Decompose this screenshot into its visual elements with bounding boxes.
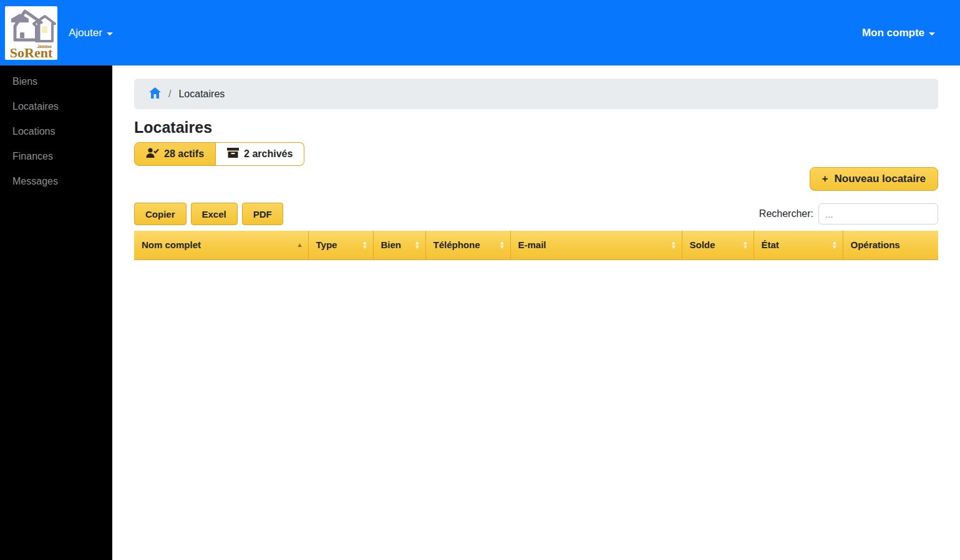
table-header: Nom complet▲Type▲▼Bien▲▼Téléphone▲▼E-mai… — [134, 231, 938, 259]
column-label: État — [762, 239, 779, 250]
sidebar-item-finances[interactable]: Finances — [0, 144, 112, 169]
search-input[interactable] — [818, 203, 938, 224]
column-label: Téléphone — [434, 239, 480, 250]
copier-export-button[interactable]: Copier — [134, 203, 187, 225]
sidebar-item-locataires[interactable]: Locataires — [0, 94, 112, 119]
main-content: / Locataires Locataires 28 actifs 2 arch… — [112, 65, 960, 560]
excel-export-button[interactable]: Excel — [191, 203, 238, 225]
column-header--tat[interactable]: État▲▼ — [754, 231, 843, 259]
top-navbar: .immo SoRent Ajouter Mon compte — [0, 0, 960, 65]
column-label: Nom complet — [142, 239, 201, 250]
column-label: Bien — [381, 239, 402, 250]
search-area: Rechercher: — [759, 203, 938, 224]
sort-both-icon: ▲▼ — [500, 241, 505, 249]
column-label: Type — [316, 239, 337, 250]
breadcrumb-home-link[interactable] — [149, 87, 161, 101]
export-buttons: CopierExcelPDF — [134, 203, 283, 225]
column-header-type[interactable]: Type▲▼ — [308, 231, 373, 259]
brand-logo[interactable]: .immo SoRent — [5, 6, 57, 60]
sort-both-icon: ▲▼ — [362, 241, 368, 249]
app-window: .immo SoRent Ajouter Mon compte BiensLoc… — [0, 0, 960, 560]
breadcrumb-current: Locataires — [178, 89, 225, 100]
column-label: Opérations — [851, 239, 900, 250]
plus-icon: + — [822, 173, 828, 185]
tab-actifs[interactable]: 28 actifs — [134, 142, 216, 166]
sidebar-item-messages[interactable]: Messages — [0, 169, 112, 194]
nav-mon-compte-dropdown[interactable]: Mon compte — [862, 27, 935, 39]
column-header-bien[interactable]: Bien▲▼ — [373, 231, 425, 259]
column-header-t-l-phone[interactable]: Téléphone▲▼ — [425, 231, 510, 259]
caret-down-icon — [107, 32, 113, 36]
column-header-nom-complet[interactable]: Nom complet▲ — [134, 231, 308, 259]
sort-both-icon: ▲▼ — [743, 241, 749, 249]
archive-box-icon — [227, 148, 239, 160]
column-header-solde[interactable]: Solde▲▼ — [682, 231, 754, 259]
column-label: E-mail — [518, 239, 546, 250]
tab-actifs-label: 28 actifs — [164, 148, 204, 160]
tenant-filter-tabs: 28 actifs 2 archivés — [134, 142, 304, 166]
sort-both-icon: ▲▼ — [671, 241, 677, 249]
nav-mon-compte-label: Mon compte — [862, 27, 924, 39]
home-icon — [149, 87, 161, 101]
caret-down-icon — [929, 32, 935, 36]
tab-archives-label: 2 archivés — [244, 148, 293, 160]
nav-ajouter-label: Ajouter — [69, 27, 102, 39]
table-toolbar: CopierExcelPDF Rechercher: — [134, 203, 938, 225]
breadcrumb: / Locataires — [134, 79, 938, 109]
sidebar-nav: BiensLocatairesLocationsFinancesMessages — [0, 65, 112, 560]
sidebar-item-biens[interactable]: Biens — [0, 69, 112, 94]
pdf-export-button[interactable]: PDF — [242, 203, 283, 225]
nav-ajouter-dropdown[interactable]: Ajouter — [69, 27, 113, 39]
sort-ascending-icon: ▲ — [297, 241, 303, 248]
new-tenant-label: Nouveau locataire — [835, 173, 926, 185]
sort-both-icon: ▲▼ — [415, 241, 420, 249]
tab-archives[interactable]: 2 archivés — [216, 142, 304, 166]
search-label: Rechercher: — [759, 208, 813, 220]
tenants-table: Nom complet▲Type▲▼Bien▲▼Téléphone▲▼E-mai… — [134, 231, 938, 260]
sidebar-item-locations[interactable]: Locations — [0, 119, 112, 144]
column-label: Solde — [690, 239, 715, 250]
column-header-e-mail[interactable]: E-mail▲▼ — [510, 231, 682, 259]
person-check-icon — [146, 148, 159, 160]
brand-name: SoRent — [5, 47, 57, 59]
new-tenant-button[interactable]: + Nouveau locataire — [810, 167, 938, 191]
column-header-op-rations: Opérations — [843, 231, 938, 259]
sort-both-icon: ▲▼ — [832, 241, 838, 249]
page-title: Locataires — [134, 118, 938, 137]
breadcrumb-separator: / — [168, 89, 171, 100]
